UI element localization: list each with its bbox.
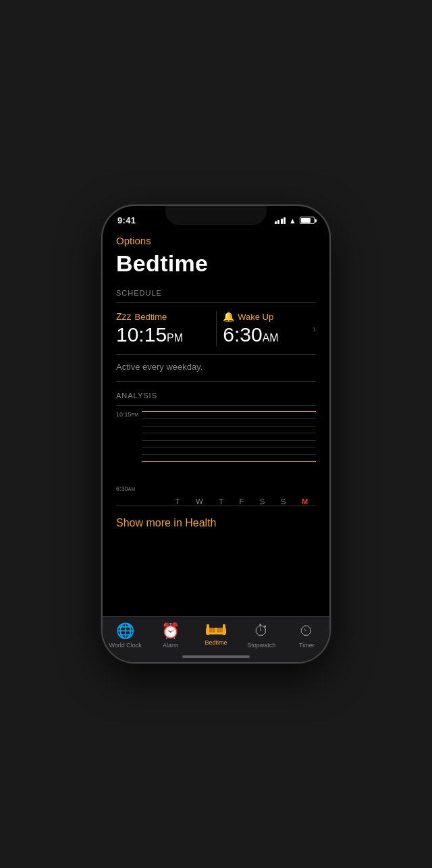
wakeup-label: 🔔 Wake Up (223, 311, 316, 322)
bedtime-col: Zzz Bedtime 10:15PM (116, 311, 209, 346)
chart-area: 10:15PM 6:30AM (116, 411, 316, 506)
chart-top-ampm: PM (132, 412, 139, 417)
tab-alarm[interactable]: ⏰ Alarm (148, 622, 193, 649)
schedule-col-divider (216, 311, 217, 346)
chart-days: T W T F S S M (167, 497, 316, 506)
day-F: F (240, 497, 244, 506)
show-more-health[interactable]: Show more in Health (116, 517, 316, 536)
svg-rect-2 (223, 624, 225, 635)
bedtime-tab-icon (206, 622, 226, 637)
alarm-icon: ⏰ (161, 622, 180, 640)
wakeup-label-text: Wake Up (238, 312, 273, 322)
day-S1: S (260, 497, 265, 506)
chart-line-highlight-top (142, 411, 316, 412)
options-link[interactable]: Options (116, 235, 316, 246)
status-bar: 9:41 ▲ (103, 206, 329, 228)
battery-icon (300, 217, 315, 224)
active-text: Active every weekday. (116, 355, 316, 382)
chart-bottom-ampm: AM (128, 487, 136, 491)
day-S2: S (281, 497, 286, 506)
chart-lines (142, 411, 316, 492)
divider-analysis (116, 405, 316, 406)
chart-line-4 (142, 433, 316, 433)
tab-alarm-label: Alarm (163, 642, 179, 649)
day-M: M (302, 497, 308, 506)
main-content: Options Bedtime SCHEDULE Zzz Bedtime 10:… (103, 228, 329, 616)
chart-line-3 (142, 426, 316, 427)
phone-frame: 9:41 ▲ Options Bedtime SCHEDULE (101, 205, 331, 663)
day-W: W (196, 497, 202, 506)
status-icons: ▲ (275, 217, 315, 225)
divider-bottom-chart (116, 506, 316, 506)
tab-bedtime[interactable]: Bedtime (193, 622, 238, 646)
tab-world-clock-label: World Clock (109, 642, 141, 649)
chart-line-6 (142, 447, 316, 447)
schedule-row[interactable]: Zzz Bedtime 10:15PM 🔔 Wake Up 6:30AM (116, 303, 316, 355)
chart-line-highlight-bottom (142, 461, 316, 462)
battery-fill (301, 218, 310, 223)
zzz-icon: Zzz (116, 311, 132, 322)
wakeup-ampm: AM (263, 332, 279, 344)
svg-rect-4 (217, 628, 223, 632)
chart-line-5 (142, 440, 316, 441)
world-clock-icon: 🌐 (116, 622, 134, 640)
chart-line-7 (142, 454, 316, 455)
screen: 9:41 ▲ Options Bedtime SCHEDULE (103, 206, 329, 662)
tab-timer[interactable]: ⏲ Timer (284, 622, 329, 649)
day-T1: T (176, 497, 180, 506)
chart-bottom-time: 6:30AM (116, 485, 135, 492)
status-time: 9:41 (117, 215, 136, 225)
wifi-icon: ▲ (289, 217, 296, 225)
bell-icon: 🔔 (223, 311, 234, 322)
bedtime-ampm: PM (167, 332, 183, 344)
tab-world-clock[interactable]: 🌐 World Clock (103, 622, 148, 649)
stopwatch-icon: ⏱ (254, 622, 269, 640)
bedtime-label: Zzz Bedtime (116, 311, 209, 322)
page-title: Bedtime (116, 250, 316, 277)
bed-svg-icon (206, 622, 226, 637)
signal-bars-icon (275, 217, 286, 224)
tab-stopwatch-label: Stopwatch (247, 642, 275, 649)
analysis-section: ANALYSIS 10:15PM 6:30AM (116, 391, 316, 536)
wakeup-col: 🔔 Wake Up 6:30AM (223, 311, 316, 346)
tab-timer-label: Timer (299, 642, 315, 649)
schedule-section-label: SCHEDULE (116, 289, 316, 297)
bedtime-time: 10:15PM (116, 323, 209, 346)
home-indicator (182, 655, 250, 658)
timer-icon: ⏲ (299, 622, 314, 640)
chart-line-2 (142, 418, 316, 419)
analysis-section-label: ANALYSIS (116, 391, 316, 400)
svg-rect-1 (207, 624, 209, 635)
tab-bedtime-label: Bedtime (205, 639, 227, 646)
tab-stopwatch[interactable]: ⏱ Stopwatch (239, 622, 284, 649)
svg-rect-3 (209, 628, 215, 632)
day-T2: T (219, 497, 223, 506)
wakeup-time: 6:30AM (223, 323, 316, 346)
chevron-right-icon: › (313, 323, 316, 334)
chart-top-time: 10:15PM (116, 411, 138, 418)
bedtime-label-text: Bedtime (135, 312, 167, 322)
